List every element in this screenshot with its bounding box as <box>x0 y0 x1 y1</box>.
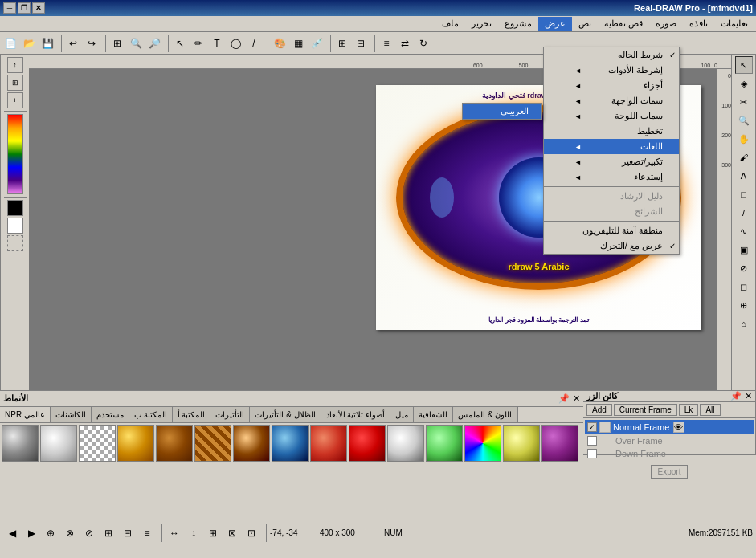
pattern-item-4[interactable] <box>117 425 154 462</box>
pattern-item-15[interactable] <box>541 425 578 462</box>
shape-button[interactable]: ◯ <box>227 35 244 52</box>
current-frame-button[interactable]: Current Frame <box>614 404 677 416</box>
black-swatch[interactable] <box>7 200 23 216</box>
save-button[interactable]: 💾 <box>39 35 56 52</box>
menu-entry-statusbar[interactable]: ✓ شريط الحاله <box>544 47 679 63</box>
kayin-close-icon[interactable]: ✕ <box>745 391 752 401</box>
draw-button[interactable]: ✏ <box>190 35 207 52</box>
menu-entry-languages[interactable]: اللغات ◄ <box>544 139 679 154</box>
tab-3d[interactable]: أضواء ثلاثية الأبعاد <box>321 407 391 422</box>
shape-tool[interactable]: □ <box>735 185 753 203</box>
hand-tool[interactable]: ✋ <box>735 130 753 148</box>
normal-frame-checkbox[interactable]: ✓ <box>587 422 597 432</box>
tab-lib-a[interactable]: المكتبة أ <box>173 407 211 422</box>
tab-effects[interactable]: التأثيرات <box>210 407 250 422</box>
right-tool-3[interactable]: + <box>7 92 23 108</box>
undo-button[interactable]: ↩ <box>64 35 82 52</box>
nav-btn-13[interactable]: ⊡ <box>243 524 260 542</box>
over-frame-row[interactable]: Over Frame <box>585 434 754 447</box>
pattern-item-11[interactable] <box>387 425 424 462</box>
pattern-item-6[interactable] <box>194 425 231 462</box>
right-tool-2[interactable]: ⊞ <box>7 75 23 91</box>
paint-tool[interactable]: 🖌 <box>735 149 753 166</box>
pattern-item-9[interactable] <box>310 425 347 462</box>
normal-frame-eye[interactable] <box>599 422 611 433</box>
nav-btn-8[interactable]: ≡ <box>138 524 156 542</box>
pattern-item-3[interactable] <box>79 425 116 462</box>
pattern-item-1[interactable] <box>2 425 39 462</box>
close-button[interactable]: ✕ <box>32 2 45 14</box>
gradient-button[interactable]: ▦ <box>289 35 307 52</box>
nav-back-button[interactable]: ◀ <box>3 524 21 542</box>
menu-text[interactable]: نص <box>572 17 598 31</box>
menu-entry-animate[interactable]: ✓ عرض مع /التحرك <box>544 238 679 254</box>
menu-file[interactable]: ملف <box>435 17 465 31</box>
crop-tool[interactable]: ✂ <box>735 93 753 111</box>
tab-shadows[interactable]: الظلال & التأثيرات <box>250 407 321 422</box>
nav-btn-9[interactable]: ↔ <box>166 524 183 542</box>
eyedrop-button[interactable]: 💉 <box>308 35 325 52</box>
text-tool[interactable]: A <box>735 167 753 185</box>
menu-window[interactable]: نافذة <box>683 17 714 31</box>
zoom-tool[interactable]: 🔍 <box>735 112 753 129</box>
fill-tool[interactable]: ▣ <box>735 241 753 259</box>
line-tool[interactable]: / <box>735 204 753 222</box>
line-button[interactable]: / <box>245 35 263 52</box>
menu-entry-parts[interactable]: أجزاء ◄ <box>544 78 679 93</box>
pattern-item-7[interactable] <box>233 425 270 462</box>
tab-tilt[interactable]: ميل <box>390 407 414 422</box>
submenu-arabic[interactable]: العربيبي <box>463 104 541 119</box>
text-tool-button[interactable]: T <box>208 35 226 52</box>
menu-image[interactable]: صوره <box>649 17 683 31</box>
zoom-fit-button[interactable]: ⊞ <box>108 35 126 52</box>
align-button[interactable]: ≡ <box>378 35 395 52</box>
normal-frame-icon[interactable]: 👁 <box>673 422 684 433</box>
flip-button[interactable]: ⇄ <box>396 35 414 52</box>
eraser-tool[interactable]: ◻ <box>735 278 753 295</box>
menu-entry-panel-props[interactable]: سمات اللوحة ◄ <box>544 108 679 124</box>
node-tool[interactable]: ◈ <box>735 75 753 92</box>
restore-button[interactable]: ❐ <box>18 2 31 14</box>
anmat-close-icon[interactable]: ✕ <box>573 393 580 404</box>
group-button[interactable]: ⊞ <box>333 35 351 52</box>
kayin-pin-icon[interactable]: 📌 <box>730 391 742 401</box>
tab-transparency[interactable]: الشفافية <box>414 407 453 422</box>
nav-btn-3[interactable]: ⊕ <box>42 524 59 542</box>
rotate-button[interactable]: ↻ <box>415 35 432 52</box>
menu-project[interactable]: مشروع <box>498 17 538 31</box>
export-button[interactable]: Export <box>651 465 689 479</box>
pattern-item-5[interactable] <box>156 425 193 462</box>
tab-global[interactable]: عالمي NPR <box>0 407 51 423</box>
pattern-item-10[interactable] <box>349 425 386 462</box>
zoom-out-button[interactable]: 🔎 <box>145 35 163 52</box>
tab-user[interactable]: مستخدم <box>92 407 129 422</box>
tab-color[interactable]: اللون & الملمس <box>453 407 517 422</box>
down-frame-checkbox[interactable] <box>587 449 597 458</box>
menu-edit[interactable]: تحرير <box>465 17 498 31</box>
redo-button[interactable]: ↪ <box>83 35 100 52</box>
menu-entry-grid[interactable]: تخطيط <box>544 124 679 139</box>
minimize-button[interactable]: ─ <box>3 2 16 14</box>
color-gradient-bar[interactable] <box>7 114 23 194</box>
fill-button[interactable]: 🎨 <box>271 35 288 52</box>
nav-btn-4[interactable]: ⊗ <box>61 524 79 542</box>
add-frame-button[interactable]: Add <box>586 404 612 416</box>
pattern-item-14[interactable] <box>503 425 540 462</box>
menu-entry-safezone[interactable]: منطقة آمنة للتليفزيون <box>544 223 679 238</box>
ungroup-button[interactable]: ⊟ <box>352 35 370 52</box>
select-button[interactable]: ↖ <box>171 35 189 52</box>
select-tool[interactable]: ↖ <box>735 56 753 74</box>
nav-fwd-button[interactable]: ▶ <box>22 524 40 542</box>
all-button[interactable]: All <box>700 404 720 416</box>
white-swatch[interactable] <box>7 218 23 234</box>
menu-entry-interface[interactable]: سمات الواجهة ◄ <box>544 93 679 108</box>
nav-btn-11[interactable]: ⊞ <box>204 524 222 542</box>
pattern-item-8[interactable] <box>272 425 309 462</box>
zoom-in-button[interactable]: 🔍 <box>127 35 145 52</box>
menu-entry-zoom[interactable]: تكبير/تصغير ◄ <box>544 154 679 169</box>
nav-btn-7[interactable]: ⊟ <box>119 524 137 542</box>
pattern-item-2[interactable] <box>40 425 77 462</box>
eyedrop-tool[interactable]: ⊘ <box>735 259 753 277</box>
menu-entry-recall[interactable]: إستدعاء ◄ <box>544 169 679 185</box>
anmat-pin-icon[interactable]: 📌 <box>558 393 570 404</box>
